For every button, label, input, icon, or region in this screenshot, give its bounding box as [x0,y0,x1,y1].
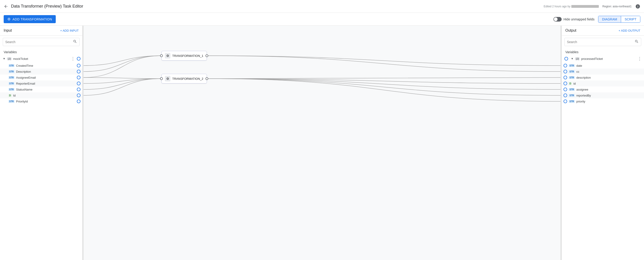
toolbar-right: Hide unmapped fields DIAGRAM SCRIPT [554,16,640,23]
field-type-badge: STR [8,70,15,73]
hide-unmapped-toggle[interactable] [554,17,562,22]
input-variables-label: Variables [0,48,82,55]
output-field-row: STR date [562,62,644,68]
input-panel-title: Input [4,28,12,32]
output-field-connector[interactable] [564,76,567,79]
node2-gear-icon: ⚙ [165,76,170,82]
gear-icon: ⚙ [7,17,11,21]
transformation-node-2[interactable]: ⚙ TRANSFORMATION_2 [162,74,207,84]
field-name: Description [16,70,76,73]
field-type-badge: STR [8,100,15,103]
add-input-button[interactable]: + ADD INPUT [60,29,79,32]
output-field-connector[interactable] [564,64,567,68]
region-label: Region: asia-northeast1 [602,5,632,8]
field-connector[interactable] [77,70,80,73]
output-variable-name: processedTicket [581,57,636,60]
output-field-name: priority [576,100,636,103]
variable-type-badge: {J} [7,57,12,60]
input-variable-group: ▼ {J} mockTicket ⋮ STR CreatedTime STR D… [0,55,82,104]
toolbar: ⚙ ADD TRANSFORMATION Hide unmapped field… [0,13,644,26]
output-search-icon[interactable] [634,40,639,44]
field-type-badge: D [8,94,12,97]
page-title: Data Transformer (Preview) Task Editor [11,4,544,9]
output-field-type-badge: STR [568,100,575,103]
toggle-container: Hide unmapped fields [554,17,594,22]
output-field-name: assignee [576,88,636,91]
output-panel: Output + ADD OUTPUT Variables ▼ {J} proc… [562,26,644,260]
output-search-input[interactable] [567,40,633,44]
output-field-row: STR priority [562,98,644,104]
input-search-icon[interactable] [73,40,77,44]
output-variable-connector[interactable] [564,57,568,60]
output-field-row: STR reportedBy [562,92,644,98]
output-field-name: cc [576,70,636,73]
output-field-row: STR cc [562,68,644,74]
node1-input-connector[interactable] [160,54,163,57]
input-field-row: STR ReporterEmail [0,80,82,86]
canvas[interactable]: ⚙ TRANSFORMATION_1 ⚙ TRANSFORMATION_2 [84,26,560,260]
node1-output-connector[interactable] [206,54,208,57]
output-field-name: id [573,82,636,85]
output-field-connector[interactable] [564,70,567,73]
input-panel: Input + ADD INPUT Variables ▼ {J} mockTi… [0,26,82,260]
field-connector[interactable] [77,88,80,91]
output-field-name: reportedBy [576,94,636,97]
output-field-connector[interactable] [564,82,567,85]
output-variable-group: ▼ {J} processedTicket ⋮ STR date STR cc … [562,55,644,104]
output-search-box [564,38,641,46]
input-variable-parent[interactable]: ▼ {J} mockTicket ⋮ [0,55,82,62]
field-connector[interactable] [77,100,80,103]
output-field-row: STR assignee [562,86,644,92]
output-field-name: description [576,76,636,79]
input-field-row: STR CreatedTime [0,62,82,68]
output-panel-header: Output + ADD OUTPUT [562,26,644,36]
field-connector[interactable] [77,76,80,79]
output-field-type-badge: STR [568,76,575,79]
output-field-connector[interactable] [564,100,567,103]
field-connector[interactable] [77,94,80,97]
script-tab[interactable]: SCRIPT [621,16,640,22]
input-field-row: STR Description [0,68,82,74]
output-field-row: D id [562,80,644,86]
field-connector[interactable] [77,82,80,85]
add-output-button[interactable]: + ADD OUTPUT [618,29,640,32]
input-search-input[interactable] [5,40,71,44]
add-transformation-button[interactable]: ⚙ ADD TRANSFORMATION [4,15,56,23]
input-field-row: STR StatusName [0,86,82,92]
edit-meta: Edited 2 hours ago by [544,5,598,8]
output-field-type-badge: STR [568,64,575,67]
output-variable-type-badge: {J} [575,57,580,60]
back-button[interactable] [4,4,8,9]
more-options-button[interactable]: ⋮ [70,56,76,61]
output-field-name: date [576,64,636,68]
diagram-tab[interactable]: DIAGRAM [598,16,620,22]
node2-output-connector[interactable] [206,77,208,80]
input-field-row: STR AssigneeEmail [0,74,82,80]
info-button[interactable] [635,4,640,9]
output-variables-label: Variables [562,48,644,55]
field-type-badge: STR [8,88,15,91]
output-variable-parent[interactable]: ▼ {J} processedTicket ⋮ [562,55,644,62]
output-field-list: STR date STR cc STR description D id STR… [562,62,644,104]
output-field-type-badge: STR [568,70,575,73]
field-connector[interactable] [77,64,80,68]
field-name: PriorityId [16,100,76,103]
connection-lines [84,26,560,260]
hide-unmapped-label: Hide unmapped fields [564,18,594,21]
transformation-1-label: TRANSFORMATION_1 [172,54,204,58]
node1-gear-icon: ⚙ [165,53,170,58]
output-field-connector[interactable] [564,88,567,91]
chevron-down-icon: ▼ [3,57,6,60]
output-more-options-button[interactable]: ⋮ [637,56,642,61]
output-field-type-badge: STR [568,88,575,91]
input-field-list: STR CreatedTime STR Description STR Assi… [0,62,82,104]
input-fields-area: ▼ {J} mockTicket ⋮ STR CreatedTime STR D… [0,55,82,260]
output-field-type-badge: D [568,82,572,85]
output-field-connector[interactable] [564,94,567,97]
transformation-node-1[interactable]: ⚙ TRANSFORMATION_1 [162,51,207,60]
header: Data Transformer (Preview) Task Editor E… [0,0,644,13]
output-panel-title: Output [565,28,576,32]
variable-connector[interactable] [77,57,80,60]
view-tabs: DIAGRAM SCRIPT [598,16,640,23]
node2-input-connector[interactable] [160,77,163,80]
